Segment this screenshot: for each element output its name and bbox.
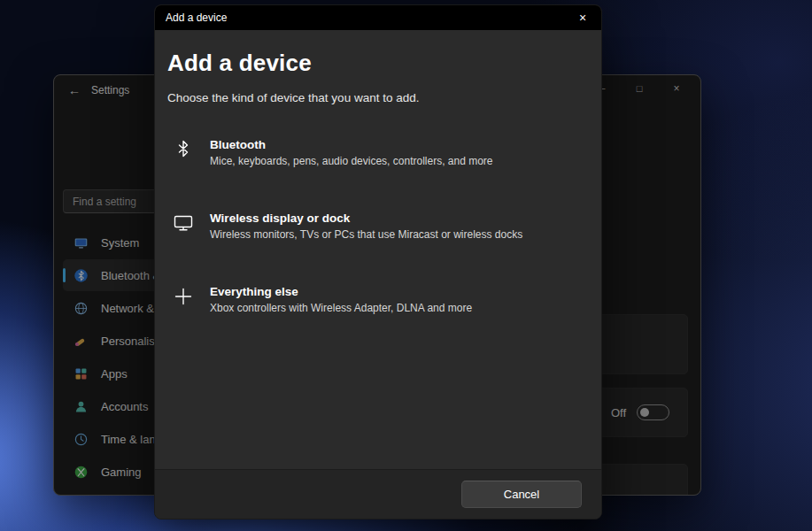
plus-icon — [173, 286, 194, 307]
device-option-list: Bluetooth Mice, keyboards, pens, audio d… — [167, 131, 589, 321]
dialog-subtitle: Choose the kind of device that you want … — [167, 91, 589, 104]
option-title: Everything else — [210, 285, 472, 298]
cancel-button[interactable]: Cancel — [461, 481, 582, 508]
option-description: Wireless monitors, TVs or PCs that use M… — [210, 228, 522, 241]
option-description: Xbox controllers with Wireless Adapter, … — [210, 302, 472, 314]
option-title: Bluetooth — [210, 138, 493, 151]
dialog-body: Add a device Choose the kind of device t… — [155, 30, 601, 469]
add-device-dialog: Add a device × Add a device Choose the k… — [154, 4, 602, 519]
option-title: Wireless display or dock — [210, 212, 522, 225]
dialog-title: Add a device — [166, 12, 227, 24]
dialog-footer: Cancel — [155, 469, 601, 519]
option-bluetooth[interactable]: Bluetooth Mice, keyboards, pens, audio d… — [167, 131, 589, 174]
bluetooth-icon — [173, 139, 194, 160]
option-description: Mice, keyboards, pens, audio devices, co… — [210, 155, 493, 167]
wireless-display-icon — [173, 212, 194, 234]
dialog-titlebar[interactable]: Add a device × — [155, 5, 601, 30]
option-everything-else[interactable]: Everything else Xbox controllers with Wi… — [167, 278, 589, 321]
close-icon[interactable]: × — [564, 5, 601, 30]
option-wireless-display[interactable]: Wireless display or dock Wireless monito… — [167, 204, 589, 248]
dialog-heading: Add a device — [167, 50, 589, 77]
